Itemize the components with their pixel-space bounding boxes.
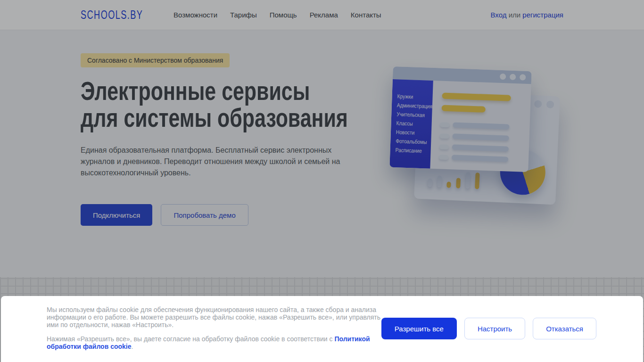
cookie-buttons-row: Разрешить все Настроить Отказаться bbox=[381, 318, 596, 339]
configure-cookies-button[interactable]: Настроить bbox=[464, 318, 525, 339]
decline-cookies-button[interactable]: Отказаться bbox=[533, 318, 596, 339]
allow-all-cookies-button[interactable]: Разрешить все bbox=[381, 318, 457, 339]
cookie-paragraph-2-text: Нажимая «Разрешить все», вы даете соглас… bbox=[47, 335, 334, 343]
cookie-consent-text: Мы используем файлы cookie для обеспечен… bbox=[47, 306, 384, 350]
cookie-paragraph-2-period: . bbox=[132, 343, 133, 350]
cookie-paragraph-1: Мы используем файлы cookie для обеспечен… bbox=[47, 306, 384, 329]
cookie-paragraph-2: Нажимая «Разрешить все», вы даете соглас… bbox=[47, 335, 384, 350]
cookie-consent-panel: Мы используем файлы cookie для обеспечен… bbox=[1, 296, 643, 362]
